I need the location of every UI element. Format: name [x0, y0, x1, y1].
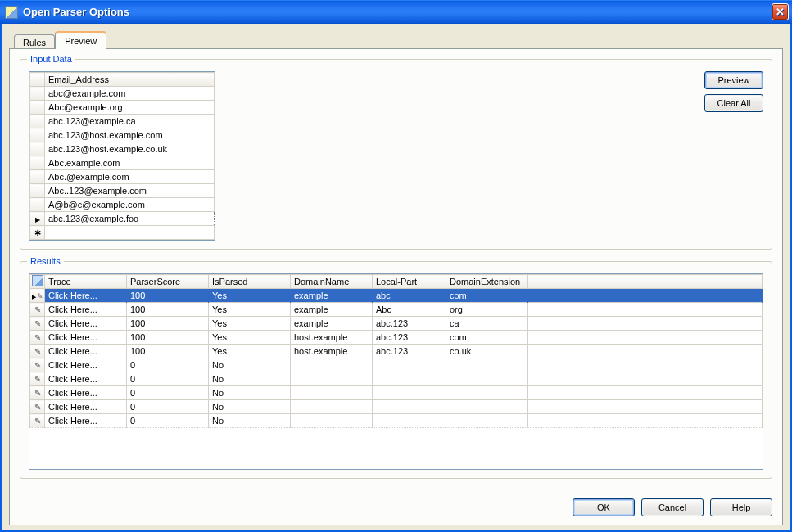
input-cell[interactable]: Abc..123@example.com	[45, 184, 215, 198]
input-cell[interactable]: abc.123@host.example.com	[45, 128, 215, 142]
ok-button[interactable]: OK	[573, 498, 635, 516]
edit-row-icon	[34, 332, 41, 342]
results-row[interactable]: Click Here...0No	[30, 400, 763, 414]
input-cell[interactable]: abc.123@example.ca	[45, 115, 215, 128]
results-row-header	[30, 303, 45, 317]
results-row[interactable]: Click Here...0No	[30, 372, 763, 386]
results-column-header[interactable]: ParserScore	[127, 275, 209, 289]
input-cell[interactable]	[45, 226, 215, 240]
input-row[interactable]: A@b@c@example.com	[30, 198, 215, 212]
cell-parserscore: 100	[127, 345, 209, 358]
groupbox-input-data: Input Data Email_Address abc@example.com…	[20, 59, 772, 250]
input-cell[interactable]: Abc@example.org	[45, 101, 215, 115]
edit-row-icon	[34, 416, 41, 426]
results-row[interactable]: Click Here...100Yesexampleabc.123ca	[30, 317, 763, 331]
results-grid[interactable]: TraceParserScoreIsParsedDomainNameLocal-…	[29, 273, 763, 470]
input-cell[interactable]: abc.123@host.example.co.uk	[45, 142, 215, 156]
cell-parserscore: 0	[127, 358, 209, 372]
cell-isparsed: Yes	[209, 345, 291, 358]
cell-domainname: host.example	[291, 345, 373, 358]
cell-isparsed: No	[209, 372, 291, 386]
results-row-header	[30, 414, 45, 428]
cell-localpart: abc.123	[373, 345, 446, 358]
results-row[interactable]: Click Here...0No	[30, 358, 763, 372]
cell-domainname	[291, 358, 373, 372]
results-column-header[interactable]: DomainExtension	[446, 275, 528, 289]
cancel-button[interactable]: Cancel	[641, 498, 704, 516]
input-cell[interactable]: Abc.@example.com	[45, 170, 215, 184]
cell-trace[interactable]: Click Here...	[45, 386, 127, 400]
cell-domainname: host.example	[291, 331, 373, 345]
groupbox-results: Results TraceParserScoreIsParsedDomainNa…	[20, 261, 772, 479]
input-cell[interactable]: abc.123@example.foo	[45, 212, 215, 226]
cell-isparsed: Yes	[209, 303, 291, 317]
results-row[interactable]: Click Here...0No	[30, 386, 763, 400]
cell-domainextension	[446, 414, 528, 428]
input-row[interactable]: abc.123@example.foo	[30, 212, 215, 226]
results-row[interactable]: Click Here...100Yeshost.exampleabc.123co…	[30, 331, 763, 345]
clear-all-button[interactable]: Clear All	[704, 94, 763, 112]
cell-trace[interactable]: Click Here...	[45, 400, 127, 414]
results-column-header[interactable]: Local-Part	[373, 275, 446, 289]
cell-trace[interactable]: Click Here...	[45, 331, 127, 345]
results-column-filler	[528, 275, 763, 289]
legend-results: Results	[27, 256, 64, 266]
cell-filler	[528, 303, 763, 317]
cell-trace[interactable]: Click Here...	[45, 372, 127, 386]
results-column-header[interactable]: DomainName	[291, 275, 373, 289]
cell-localpart: Abc	[373, 303, 446, 317]
preview-button[interactable]: Preview	[704, 71, 763, 89]
input-row[interactable]: abc.123@host.example.co.uk	[30, 142, 215, 156]
window-body: Rules Preview Input Data Email_Address	[0, 24, 792, 532]
cell-domainname	[291, 372, 373, 386]
input-grid[interactable]: Email_Address abc@example.comAbc@example…	[29, 71, 215, 241]
input-cell[interactable]: Abc.example.com	[45, 156, 215, 170]
cell-trace[interactable]: Click Here...	[45, 345, 127, 358]
input-grid-header[interactable]: Email_Address	[45, 73, 215, 87]
results-row[interactable]: Click Here...0No	[30, 414, 763, 428]
input-row[interactable]: Abc.example.com	[30, 156, 215, 170]
titlebar: Open Parser Options	[0, 0, 792, 24]
results-row[interactable]: Click Here...100YesexampleAbcorg	[30, 303, 763, 317]
help-button[interactable]: Help	[710, 498, 772, 516]
results-column-header[interactable]: Trace	[45, 275, 127, 289]
cell-trace[interactable]: Click Here...	[45, 317, 127, 331]
input-row-header	[30, 198, 45, 212]
cell-trace[interactable]: Click Here...	[45, 303, 127, 317]
cell-filler	[528, 372, 763, 386]
cell-localpart	[373, 400, 446, 414]
input-cell[interactable]: A@b@c@example.com	[45, 198, 215, 212]
input-row[interactable]: Abc..123@example.com	[30, 184, 215, 198]
input-row[interactable]: abc.123@host.example.com	[30, 128, 215, 142]
cell-parserscore: 100	[127, 331, 209, 345]
input-row[interactable]: abc.123@example.ca	[30, 115, 215, 128]
input-row-header	[30, 184, 45, 198]
input-cell[interactable]: abc@example.com	[45, 87, 215, 101]
results-row-header	[30, 358, 45, 372]
cell-domainextension: org	[446, 303, 528, 317]
results-column-header[interactable]: IsParsed	[209, 275, 291, 289]
app-icon	[5, 6, 18, 19]
results-row[interactable]: Click Here...100Yeshost.exampleabc.123co…	[30, 345, 763, 358]
results-row-header	[30, 372, 45, 386]
close-button[interactable]	[772, 3, 789, 20]
cell-trace[interactable]: Click Here...	[45, 289, 127, 303]
results-row[interactable]: Click Here...100Yesexampleabccom	[30, 289, 763, 303]
cell-parserscore: 100	[127, 289, 209, 303]
tab-preview[interactable]: Preview	[55, 31, 106, 49]
cell-filler	[528, 414, 763, 428]
input-new-row[interactable]	[30, 226, 215, 240]
edit-row-icon	[34, 360, 41, 370]
cell-localpart: abc	[373, 289, 446, 303]
results-grid-corner	[30, 275, 45, 289]
input-row[interactable]: Abc.@example.com	[30, 170, 215, 184]
cell-isparsed: Yes	[209, 289, 291, 303]
input-row[interactable]: abc@example.com	[30, 87, 215, 101]
input-row-header	[30, 101, 45, 115]
cell-localpart	[373, 372, 446, 386]
current-row-icon	[32, 291, 43, 300]
input-row[interactable]: Abc@example.org	[30, 101, 215, 115]
cell-trace[interactable]: Click Here...	[45, 358, 127, 372]
cell-domainextension: ca	[446, 317, 528, 331]
cell-trace[interactable]: Click Here...	[45, 414, 127, 428]
